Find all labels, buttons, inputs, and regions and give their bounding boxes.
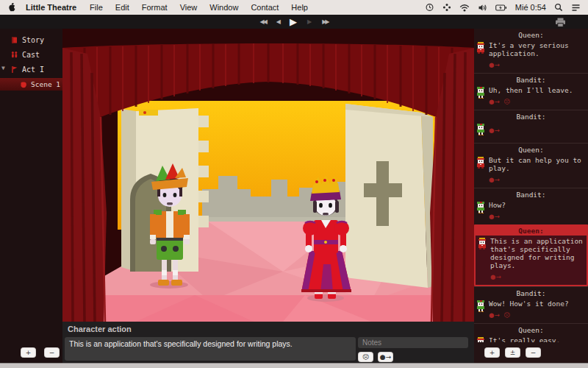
menu-bar: Little Theatre FileEditFormatViewWindowC… xyxy=(0,0,588,15)
move-icon: ●→ xyxy=(489,213,500,220)
dialogue-character-name: Queen: xyxy=(474,325,588,335)
time-machine-icon[interactable] xyxy=(425,3,434,12)
horizontal-scrollbar[interactable] xyxy=(0,363,588,368)
add-line-button[interactable]: + xyxy=(484,347,500,358)
dialogue-entry[interactable]: Queen: But it can help you to play. ●→ xyxy=(474,143,588,188)
notification-center-icon[interactable] xyxy=(571,4,581,12)
side-wall xyxy=(345,104,441,288)
rewind-button[interactable]: ◀◀ xyxy=(260,19,266,25)
move-icon: ●→ xyxy=(489,98,500,105)
sidebar-item-label: Story xyxy=(22,36,44,44)
dialogue-action-icons: ●→ xyxy=(489,61,584,68)
dialogue-entry[interactable]: Bandit: How? ●→ xyxy=(474,188,588,224)
wifi-icon[interactable] xyxy=(459,4,470,12)
sidebar-item-label: Act I xyxy=(22,66,44,74)
dialogue-list[interactable]: Queen: It's a very serious application. … xyxy=(474,29,588,342)
dialogue-entry[interactable]: Bandit: ●→ xyxy=(474,110,588,143)
app-window: Little Theatre FileEditFormatViewWindowC… xyxy=(0,0,588,368)
action-panel-title: Character action xyxy=(68,325,132,333)
previous-button[interactable]: ◀ xyxy=(276,19,279,25)
scene-icon xyxy=(20,81,27,88)
dialogue-entry[interactable]: Bandit: Wow! How's it done? ●→☹ xyxy=(474,286,588,323)
dialogue-line: It's really easy. xyxy=(489,336,584,342)
dialogue-character-name: Queen: xyxy=(474,145,588,155)
dialogue-entry[interactable]: Queen: It's really easy. xyxy=(474,323,588,342)
menu-item-file[interactable]: File xyxy=(90,3,103,12)
app-menu-title[interactable]: Little Theatre xyxy=(26,3,76,12)
move-icon: ●→ xyxy=(490,273,501,280)
dialogue-character-name: Bandit: xyxy=(474,190,588,199)
remove-item-button[interactable]: − xyxy=(44,347,60,358)
move-icon: ●→ xyxy=(489,176,500,183)
act-icon xyxy=(10,66,18,74)
fast-forward-button[interactable]: ▶▶ xyxy=(322,19,328,25)
dialogue-character-name: Bandit: xyxy=(474,112,588,121)
volume-icon[interactable] xyxy=(478,4,487,12)
dialogue-line: Wow! How's it done? xyxy=(489,300,584,308)
dialogue-action-icons: ●→ xyxy=(489,127,584,134)
menu-item-help[interactable]: Help xyxy=(291,3,308,12)
disclosure-triangle-icon[interactable]: ▼ xyxy=(1,66,5,71)
character-action-panel: Character action This is an application … xyxy=(62,322,474,363)
action-text-input[interactable]: This is an application that's specifical… xyxy=(65,337,356,361)
action-buttons: ☹●→ xyxy=(358,352,393,362)
apple-menu-icon[interactable] xyxy=(7,2,17,13)
playback-controls: ◀◀◀▶▶▶▶ xyxy=(260,15,329,29)
menubar-status-area: Mié 0:54 xyxy=(425,3,581,12)
move-icon: ●→ xyxy=(489,311,500,319)
sidebar-item-story[interactable]: Story xyxy=(0,32,62,47)
notes-input[interactable]: Notes xyxy=(358,337,468,348)
add-item-button[interactable]: + xyxy=(21,347,36,358)
sidebar-item-act-1[interactable]: ▼ Act I xyxy=(0,62,62,77)
menu-item-contact[interactable]: Contact xyxy=(251,3,279,12)
bandit-avatar xyxy=(476,123,486,138)
sidebar-item-scene-1[interactable]: Scene 1 xyxy=(0,78,62,91)
dialogue-character-name: Bandit: xyxy=(474,289,588,298)
dialogue-entry[interactable]: Queen: It's a very serious application. … xyxy=(474,29,588,73)
dialogue-buttons: +±− xyxy=(484,347,541,358)
menu-item-view[interactable]: View xyxy=(180,3,198,12)
menu-item-format[interactable]: Format xyxy=(142,3,168,12)
queen-avatar xyxy=(476,41,486,68)
spotlight-icon[interactable] xyxy=(554,3,563,12)
bandit-avatar xyxy=(476,201,486,220)
dialogue-entry[interactable]: Bandit: Uh, then I'll leave. ●→☹ xyxy=(474,73,588,110)
dialogue-action-icons: ●→ xyxy=(489,176,584,183)
dialogue-character-name: Bandit: xyxy=(474,75,588,85)
outline-sidebar: Story Cast ▼ Act I Scene 1 +− xyxy=(0,29,62,363)
playback-toolbar: ◀◀◀▶▶▶▶ xyxy=(0,15,588,29)
menubar-clock[interactable]: Mié 0:54 xyxy=(515,3,546,12)
move-button[interactable]: ●→ xyxy=(378,352,393,362)
remove-line-button[interactable]: − xyxy=(526,347,541,358)
play-button[interactable]: ▶ xyxy=(290,17,297,26)
dialogue-line: This is an application that's specifical… xyxy=(490,237,583,269)
menu-item-edit[interactable]: Edit xyxy=(115,3,129,12)
emotion-icon: ☹ xyxy=(504,311,511,319)
dialogue-action-icons: ●→ xyxy=(490,273,583,280)
stage-canvas xyxy=(62,29,474,322)
menubar-items: FileEditFormatViewWindowContactHelp xyxy=(90,3,320,12)
next-button[interactable]: ▶ xyxy=(307,19,312,25)
dialogue-character-name: Queen: xyxy=(476,226,587,236)
input-source-icon[interactable] xyxy=(442,3,451,12)
sidebar-item-cast[interactable]: Cast xyxy=(0,47,62,62)
move-icon: ●→ xyxy=(489,127,500,134)
queen-avatar xyxy=(476,336,486,342)
bandit-avatar xyxy=(476,300,486,319)
emotion-icon: ☹ xyxy=(504,98,511,105)
emotion-button[interactable]: ☹ xyxy=(358,352,373,362)
dialogue-action-icons: ●→ xyxy=(489,213,584,220)
dialogue-character-name: Queen: xyxy=(474,30,588,40)
dialogue-line: But it can help you to play. xyxy=(489,156,584,172)
dialogue-action-icons: ●→☹ xyxy=(489,311,584,319)
dialogue-sidebar: Queen: It's a very serious application. … xyxy=(474,29,588,363)
move-icon: ●→ xyxy=(489,61,500,68)
sidebar-item-label: Scene 1 xyxy=(31,80,60,88)
dialogue-entry[interactable]: Queen: This is an application that's spe… xyxy=(474,224,588,286)
battery-icon[interactable] xyxy=(495,4,507,12)
stage-viewport[interactable] xyxy=(62,29,474,322)
queen-avatar xyxy=(478,237,487,280)
outline-buttons: +− xyxy=(21,347,60,358)
insert-line-button[interactable]: ± xyxy=(505,347,520,358)
menu-item-window[interactable]: Window xyxy=(209,3,238,12)
